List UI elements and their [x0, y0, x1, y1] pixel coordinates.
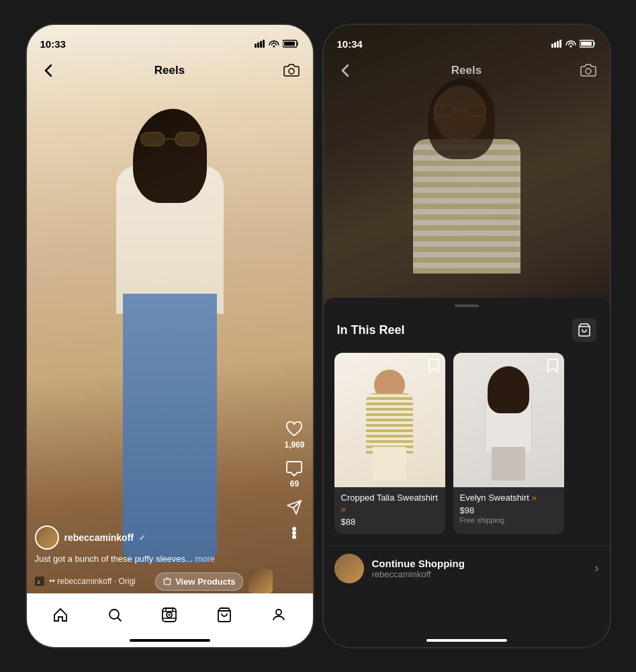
- tab-search[interactable]: [99, 601, 131, 628]
- product-save-1[interactable]: [428, 358, 440, 376]
- status-bar: 10:33: [27, 25, 313, 54]
- product-image-2: [453, 353, 564, 487]
- p2-hair: [488, 366, 529, 413]
- svg-text:♪: ♪: [37, 578, 40, 585]
- sheet-header: In This Reel: [324, 318, 610, 353]
- product-image-1: [334, 353, 445, 487]
- svg-rect-36: [559, 40, 561, 48]
- svg-point-37: [570, 46, 572, 48]
- svg-rect-29: [465, 104, 486, 116]
- continue-sub: rebeccaminkoff: [372, 569, 587, 579]
- view-products-label: View Products: [175, 577, 235, 587]
- products-grid: Cropped Talia Sweatshirt » $88: [324, 353, 610, 545]
- product-price-1: $88: [341, 517, 439, 527]
- glasses: [140, 129, 200, 149]
- svg-point-16: [293, 536, 296, 538]
- sheet-title: In This Reel: [337, 323, 405, 337]
- tab-home[interactable]: [44, 601, 77, 628]
- svg-rect-8: [263, 40, 265, 48]
- product-shipping-2: Free shipping: [460, 516, 557, 524]
- jeans: [123, 294, 217, 562]
- camera-button[interactable]: [281, 60, 302, 81]
- more-button[interactable]: [287, 526, 301, 540]
- svg-rect-28: [435, 104, 455, 116]
- right-status-icons: [551, 40, 596, 48]
- p1-shirt: [366, 393, 413, 454]
- svg-point-14: [293, 528, 296, 530]
- svg-point-41: [586, 69, 591, 74]
- tab-shop[interactable]: [208, 601, 240, 628]
- continue-shopping[interactable]: Continue Shopping rebeccaminkoff ›: [324, 545, 610, 591]
- right-nav-title: Reels: [451, 64, 482, 77]
- like-button[interactable]: 1,969: [284, 421, 304, 450]
- user-avatar: [35, 526, 59, 550]
- svg-point-27: [276, 610, 281, 615]
- right-phone: 10:34: [322, 24, 611, 648]
- product-arrow-2: »: [531, 493, 536, 503]
- right-shirt: [413, 139, 520, 274]
- share-button[interactable]: [286, 499, 302, 515]
- top-nav: Reels: [27, 54, 313, 87]
- user-row: rebeccaminkoff ✓: [35, 526, 273, 550]
- continue-arrow-icon: ›: [595, 561, 599, 575]
- hair: [133, 109, 207, 203]
- music-text: •• rebeccaminkoff · Origi: [50, 577, 150, 586]
- product-card-2[interactable]: Evelyn Sweatshirt » $98 Free shipping: [453, 353, 564, 534]
- verified-badge: ✓: [139, 533, 146, 542]
- p2-legs: [492, 447, 525, 480]
- caption-text: Just got a bunch of these puffy sleeves.…: [35, 554, 193, 564]
- svg-rect-0: [141, 132, 165, 146]
- svg-rect-11: [284, 42, 295, 46]
- bag-icon: [163, 577, 172, 586]
- right-camera-button[interactable]: [578, 60, 599, 81]
- svg-rect-34: [554, 42, 556, 48]
- svg-point-9: [273, 46, 275, 48]
- tab-reels[interactable]: [153, 601, 185, 628]
- svg-point-15: [293, 532, 296, 534]
- svg-rect-35: [557, 41, 559, 48]
- back-button[interactable]: [38, 60, 59, 81]
- home-indicator: [130, 639, 210, 642]
- right-back-button[interactable]: [334, 60, 356, 81]
- p1-legs: [373, 447, 406, 480]
- comment-count: 69: [290, 479, 299, 489]
- right-status-time: 10:34: [337, 38, 363, 50]
- product-name-2: Evelyn Sweatshirt »: [460, 493, 557, 504]
- product-info-1: Cropped Talia Sweatshirt » $88: [334, 487, 445, 534]
- svg-point-22: [169, 614, 171, 616]
- svg-point-13: [289, 69, 294, 74]
- continue-text: Continue Shopping rebeccaminkoff: [372, 558, 587, 579]
- tab-profile[interactable]: [263, 601, 295, 628]
- username[interactable]: rebeccaminkoff: [64, 532, 134, 543]
- right-status-bar: 10:34: [324, 25, 610, 54]
- view-products-button[interactable]: View Products: [155, 573, 242, 591]
- cart-button[interactable]: [572, 318, 596, 342]
- bottom-sheet: In This Reel: [324, 298, 610, 647]
- bottom-info: rebeccaminkoff ✓ Just got a bunch of the…: [35, 526, 273, 593]
- status-icons: [255, 40, 300, 48]
- more-link[interactable]: more: [195, 554, 215, 564]
- left-phone: 10:33: [26, 24, 314, 648]
- continue-avatar: [334, 554, 364, 583]
- product-name-1: Cropped Talia Sweatshirt »: [341, 493, 439, 515]
- product-card-1[interactable]: Cropped Talia Sweatshirt » $88: [334, 353, 445, 534]
- right-glasses: [433, 102, 487, 119]
- product-save-2[interactable]: [547, 358, 559, 376]
- nav-title: Reels: [154, 64, 185, 77]
- product-person-1: [359, 366, 420, 474]
- music-row: ♪ •• rebeccaminkoff · Origi View Product…: [35, 569, 273, 593]
- status-time: 10:33: [40, 38, 66, 50]
- product-arrow-1: »: [341, 504, 346, 514]
- svg-rect-5: [255, 44, 257, 48]
- continue-title: Continue Shopping: [372, 558, 587, 569]
- music-thumbnail: [248, 569, 273, 593]
- comment-button[interactable]: 69: [285, 460, 303, 489]
- svg-rect-39: [581, 42, 592, 46]
- svg-rect-1: [175, 132, 199, 146]
- caption: Just got a bunch of these puffy sleeves.…: [35, 554, 273, 564]
- product-info-2: Evelyn Sweatshirt » $98 Free shipping: [453, 487, 564, 531]
- svg-rect-6: [257, 42, 259, 48]
- product-person-2: [478, 366, 539, 474]
- like-count: 1,969: [284, 440, 304, 450]
- music-icon: ♪: [35, 577, 44, 586]
